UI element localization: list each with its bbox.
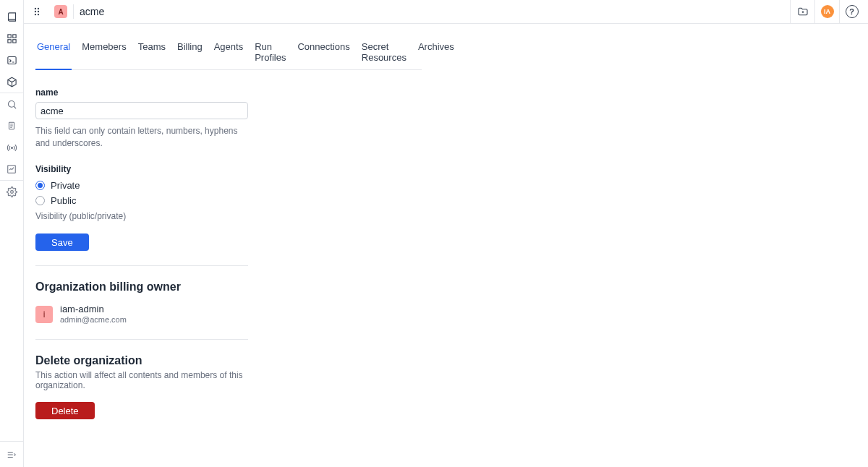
tab-run-profiles[interactable]: Run Profiles <box>253 37 287 70</box>
signal-icon[interactable] <box>0 137 23 158</box>
name-input[interactable] <box>35 102 248 119</box>
tab-teams[interactable]: Teams <box>137 37 167 70</box>
owner-avatar: i <box>35 306 53 323</box>
help-button[interactable]: ? <box>839 0 864 23</box>
expand-sidebar-icon[interactable] <box>0 441 23 467</box>
tab-general[interactable]: General <box>35 37 72 70</box>
topbar: A acme IA ? <box>24 0 868 24</box>
svg-rect-0 <box>7 34 10 37</box>
svg-point-10 <box>35 8 36 9</box>
owner-email: admin@acme.com <box>60 315 127 325</box>
tab-secret-resources[interactable]: Secret Resources <box>360 37 408 70</box>
visibility-private-option[interactable]: Private <box>35 180 248 191</box>
save-button[interactable]: Save <box>35 234 89 251</box>
gear-icon[interactable] <box>0 181 23 202</box>
divider <box>73 4 74 19</box>
org-avatar[interactable]: A <box>54 5 67 18</box>
svg-point-14 <box>35 14 36 15</box>
help-icon: ? <box>846 5 859 18</box>
book-icon[interactable] <box>0 6 23 27</box>
svg-point-13 <box>38 11 39 12</box>
tab-members[interactable]: Memebers <box>80 37 127 70</box>
visibility-helper: Visibility (public/private) <box>35 210 248 223</box>
user-menu[interactable]: IA <box>814 0 839 23</box>
billing-owner-row: i iam-admin admin@acme.com <box>35 304 248 325</box>
radio-checked-icon <box>35 181 45 190</box>
tab-billing[interactable]: Billing <box>176 37 204 70</box>
new-folder-button[interactable] <box>790 0 814 23</box>
svg-rect-2 <box>7 39 10 42</box>
grid-icon[interactable] <box>0 27 23 49</box>
visibility-private-label: Private <box>51 180 80 191</box>
content: General Memebers Teams Billing Agents Ru… <box>24 24 868 432</box>
left-nav-rail <box>0 0 24 467</box>
delete-org-sub: This action will affect all contents and… <box>35 370 248 390</box>
visibility-public-option[interactable]: Public <box>35 195 248 206</box>
search-icon[interactable] <box>0 93 23 115</box>
user-avatar: IA <box>821 5 834 18</box>
divider <box>35 265 248 266</box>
tab-agents[interactable]: Agents <box>213 37 244 70</box>
chart-icon[interactable] <box>0 158 23 180</box>
svg-point-12 <box>35 11 36 12</box>
name-label: name <box>35 87 248 98</box>
tabs: General Memebers Teams Billing Agents Ru… <box>35 37 422 70</box>
divider <box>35 339 248 340</box>
svg-rect-4 <box>7 56 15 64</box>
tab-connections[interactable]: Connections <box>296 37 351 70</box>
apps-menu-icon[interactable] <box>31 4 46 19</box>
owner-name: iam-admin <box>60 304 127 315</box>
org-name: acme <box>80 6 104 17</box>
visibility-label: Visibility <box>35 164 248 174</box>
clipboard-icon[interactable] <box>0 115 23 137</box>
svg-point-15 <box>38 14 39 15</box>
svg-point-7 <box>11 147 12 148</box>
radio-unchecked-icon <box>35 196 45 205</box>
delete-org-heading: Delete organization <box>35 354 248 367</box>
svg-rect-3 <box>12 39 15 42</box>
tab-archives[interactable]: Archives <box>417 37 456 70</box>
billing-owner-heading: Organization billing owner <box>35 280 248 294</box>
svg-rect-1 <box>12 34 15 37</box>
delete-button[interactable]: Delete <box>35 402 95 419</box>
visibility-public-label: Public <box>51 195 76 206</box>
svg-point-5 <box>8 100 14 107</box>
svg-point-11 <box>38 8 39 9</box>
terminal-icon[interactable] <box>0 49 23 71</box>
svg-point-9 <box>10 190 13 193</box>
name-helper: This field can only contain letters, num… <box>35 125 248 150</box>
cube-icon[interactable] <box>0 71 23 93</box>
